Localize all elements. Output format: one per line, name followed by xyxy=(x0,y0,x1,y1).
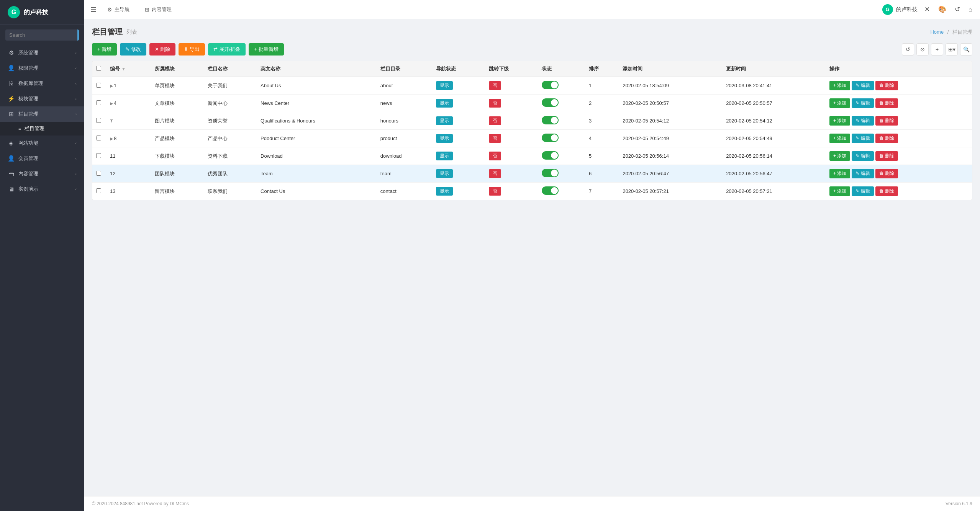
action-add-13[interactable]: + 添加 xyxy=(829,186,850,196)
close-icon-topbar[interactable]: ✕ xyxy=(923,4,931,15)
row-add-time-1: 2020-02-05 18:54:09 xyxy=(619,77,722,95)
refresh-button[interactable]: ↺ xyxy=(902,43,914,56)
row-checkbox-13[interactable] xyxy=(96,188,101,193)
row-catalog-4: news xyxy=(377,95,432,112)
row-update-time-4: 2020-02-05 20:50:57 xyxy=(722,95,826,112)
search-toolbar-button[interactable]: 🔍 xyxy=(960,43,972,56)
row-redirect-4: 否 xyxy=(485,95,538,112)
sidebar-sub-item-column-mgmt[interactable]: ≡ 栏目管理 xyxy=(0,122,84,136)
arrow-icon-website: ‹ xyxy=(75,141,77,145)
expand-icon[interactable]: ▶ xyxy=(110,101,113,106)
sidebar-item-permission[interactable]: 👤 权限管理 ‹ xyxy=(0,60,84,76)
sidebar-sub-column: ≡ 栏目管理 xyxy=(0,122,84,136)
row-checkbox-4[interactable] xyxy=(96,100,101,105)
row-checkbox-11[interactable] xyxy=(96,153,101,158)
sidebar-label-permission: 权限管理 xyxy=(18,65,38,72)
action-add-4[interactable]: + 添加 xyxy=(829,98,850,108)
action-delete-7[interactable]: 🗑 删除 xyxy=(875,116,898,126)
row-checkbox-8[interactable] xyxy=(96,136,101,140)
link-button[interactable]: ⊙ xyxy=(916,43,929,56)
action-delete-13[interactable]: 🗑 删除 xyxy=(875,186,898,196)
arrow-icon-member: ‹ xyxy=(75,156,77,161)
select-all-checkbox[interactable] xyxy=(96,66,101,71)
topbar-nav-main[interactable]: ⚙ 主导航 xyxy=(103,4,134,15)
status-toggle-8[interactable] xyxy=(542,134,559,142)
add-button[interactable]: + 新增 xyxy=(92,43,117,56)
action-add-7[interactable]: + 添加 xyxy=(829,116,850,126)
row-nav-status-1: 显示 xyxy=(432,77,485,95)
topbar-nav-content[interactable]: ⊞ 内容管理 xyxy=(140,4,176,15)
demo-icon: 🖥 xyxy=(8,186,15,193)
action-edit-4[interactable]: ✎ 编辑 xyxy=(852,98,873,108)
action-delete-1[interactable]: 🗑 删除 xyxy=(875,81,898,90)
action-add-8[interactable]: + 添加 xyxy=(829,134,850,143)
plus-button[interactable]: + xyxy=(931,43,943,56)
status-toggle-12[interactable] xyxy=(542,169,559,177)
status-toggle-4[interactable] xyxy=(542,98,559,107)
row-checkbox-1[interactable] xyxy=(96,83,101,88)
th-id: 编号 ▼ xyxy=(106,61,151,77)
palette-icon[interactable]: 🎨 xyxy=(937,4,948,15)
action-edit-13[interactable]: ✎ 编辑 xyxy=(852,186,873,196)
status-toggle-1[interactable] xyxy=(542,81,559,89)
home-icon-topbar[interactable]: ⌂ xyxy=(967,4,974,15)
action-add-12[interactable]: + 添加 xyxy=(829,169,850,178)
expand-collapse-button[interactable]: ⇄ 展开/折叠 xyxy=(208,43,246,56)
status-toggle-7[interactable] xyxy=(542,116,559,124)
status-toggle-11[interactable] xyxy=(542,151,559,160)
th-status: 状态 xyxy=(538,61,585,77)
row-checkbox-7[interactable] xyxy=(96,118,101,123)
sidebar-label-member: 会员管理 xyxy=(18,155,38,162)
action-edit-7[interactable]: ✎ 编辑 xyxy=(852,116,873,126)
sidebar-item-module[interactable]: ⚡ 模块管理 ‹ xyxy=(0,91,84,106)
breadcrumb-home[interactable]: Home xyxy=(930,29,944,35)
hamburger-icon[interactable]: ☰ xyxy=(90,5,97,14)
search-input[interactable] xyxy=(5,29,77,41)
row-redirect-11: 否 xyxy=(485,147,538,165)
sidebar-item-column[interactable]: ⊞ 栏目管理 ‹ xyxy=(0,106,84,122)
row-en-name-7: Qualifications & Honours xyxy=(257,112,377,130)
expand-icon[interactable]: ▶ xyxy=(110,136,113,141)
action-edit-8[interactable]: ✎ 编辑 xyxy=(852,134,873,143)
action-edit-11[interactable]: ✎ 编辑 xyxy=(852,151,873,161)
table-row: ▶1 单页模块 关于我们 About Us about 显示 否 1 2020-… xyxy=(92,77,972,95)
row-checkbox-12[interactable] xyxy=(96,171,101,176)
table-body: ▶1 单页模块 关于我们 About Us about 显示 否 1 2020-… xyxy=(92,77,972,200)
arrow-icon-module: ‹ xyxy=(75,96,77,101)
sidebar-item-website[interactable]: ◈ 网站功能 ‹ xyxy=(0,136,84,151)
sidebar-item-member[interactable]: 👤 会员管理 ‹ xyxy=(0,151,84,166)
row-name-1: 关于我们 xyxy=(204,77,257,95)
delete-button[interactable]: ✕ 删除 xyxy=(149,43,176,56)
search-button[interactable]: 🔍 xyxy=(77,29,79,41)
action-add-11[interactable]: + 添加 xyxy=(829,151,850,161)
edit-button[interactable]: ✎ 修改 xyxy=(120,43,146,56)
refresh-icon-topbar[interactable]: ↺ xyxy=(953,4,962,15)
row-update-time-8: 2020-02-05 20:54:49 xyxy=(722,130,826,147)
sidebar-item-database[interactable]: 🗄 数据库管理 ‹ xyxy=(0,76,84,91)
action-add-1[interactable]: + 添加 xyxy=(829,81,850,90)
batch-add-button[interactable]: + 批量新增 xyxy=(249,43,284,56)
sidebar-item-content[interactable]: 🗃 内容管理 ‹ xyxy=(0,166,84,181)
status-toggle-13[interactable] xyxy=(542,186,559,195)
table-row: 7 图片模块 资质荣誉 Qualifications & Honours hon… xyxy=(92,112,972,130)
columns-button[interactable]: ⊞▾ xyxy=(946,43,958,56)
row-en-name-13: Contact Us xyxy=(257,183,377,200)
action-delete-8[interactable]: 🗑 删除 xyxy=(875,134,898,143)
action-edit-1[interactable]: ✎ 编辑 xyxy=(852,81,873,90)
row-id-8: ▶8 xyxy=(106,130,151,147)
action-delete-4[interactable]: 🗑 删除 xyxy=(875,98,898,108)
grid-icon-column: ⊞ xyxy=(8,111,15,118)
expand-icon[interactable]: ▶ xyxy=(110,83,113,88)
row-update-time-7: 2020-02-05 20:54:12 xyxy=(722,112,826,130)
arrow-icon-column: ‹ xyxy=(74,113,78,115)
action-edit-12[interactable]: ✎ 编辑 xyxy=(852,169,873,178)
sidebar-item-demo[interactable]: 🖥 实例演示 ‹ xyxy=(0,181,84,197)
action-delete-11[interactable]: 🗑 删除 xyxy=(875,151,898,161)
action-delete-12[interactable]: 🗑 删除 xyxy=(875,169,898,178)
export-button[interactable]: ⬇ 导出 xyxy=(179,43,205,56)
sidebar-item-system[interactable]: ⚙ 系统管理 ‹ xyxy=(0,45,84,60)
row-id-4: ▶4 xyxy=(106,95,151,112)
sort-icon-id[interactable]: ▼ xyxy=(121,67,126,71)
row-redirect-8: 否 xyxy=(485,130,538,147)
logo-icon: G xyxy=(8,6,20,18)
